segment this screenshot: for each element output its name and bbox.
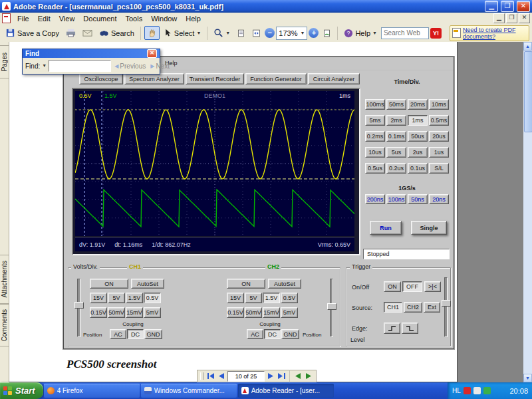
close-icon[interactable]: ✕ — [147, 49, 157, 58]
ch2-volts-button[interactable]: 50mV — [245, 307, 262, 318]
menu-file[interactable]: File — [13, 14, 33, 23]
mdi-restore-button[interactable]: ❐ — [506, 13, 517, 23]
trigger-level-slider[interactable] — [442, 277, 449, 337]
timediv-button[interactable]: 0.2us — [386, 163, 406, 174]
sample-rate-button[interactable]: 20ns — [429, 194, 449, 204]
single-button[interactable]: Single — [411, 221, 447, 235]
menu-edit[interactable]: Edit — [34, 14, 55, 23]
sample-rate-button[interactable]: 200ns — [365, 194, 385, 204]
ch2-volts-button[interactable]: 5mV — [281, 307, 298, 318]
timediv-button[interactable]: 10ms — [429, 99, 449, 110]
timediv-button[interactable]: 2ms — [386, 115, 406, 126]
tray-icon-white[interactable] — [473, 387, 481, 394]
mdi-close-button[interactable]: ✕ — [519, 13, 530, 23]
trigger-off-button[interactable]: OFF — [402, 281, 422, 292]
trigger-center-button[interactable]: >|< — [424, 281, 441, 292]
ch1-volts-button[interactable]: 50mV — [108, 307, 125, 318]
ch1-volts-button[interactable]: 5V — [108, 293, 125, 303]
scroll-down-icon[interactable]: ▼ — [523, 374, 532, 382]
tray-icon-green[interactable] — [483, 387, 491, 394]
timediv-button[interactable]: 50ms — [386, 99, 406, 110]
ch2-coupling-gnd[interactable]: GND — [281, 329, 299, 339]
ch1-on-button[interactable]: ON — [90, 279, 128, 289]
ch1-volts-button-active[interactable]: 0.5V — [144, 293, 161, 303]
page-number-input[interactable] — [227, 371, 265, 382]
timediv-button[interactable]: 50us — [408, 131, 428, 142]
timediv-button[interactable]: 2us — [408, 147, 428, 158]
ch1-coupling-dc[interactable]: DC — [127, 329, 144, 339]
page-layout-button[interactable] — [320, 27, 334, 40]
find-next-button[interactable]: ▶ Next — [149, 62, 171, 70]
last-page-button[interactable] — [277, 372, 286, 380]
help-button[interactable]: ? Help ▼ — [341, 27, 380, 40]
taskbar-item-firefox[interactable]: 4 Firefox — [44, 384, 140, 398]
create-pdf-ad-link[interactable]: Need to create PDF documents? — [450, 25, 529, 41]
find-input[interactable] — [49, 60, 111, 72]
timediv-button[interactable]: 20us — [429, 131, 449, 142]
ch1-volts-button[interactable]: 5mV — [144, 307, 161, 318]
ch2-volts-button[interactable]: 5V — [245, 293, 262, 303]
trigger-source-ch2[interactable]: CH2 — [404, 302, 422, 313]
ch1-volts-button[interactable]: 1.5V — [126, 293, 143, 303]
ch2-position-slider[interactable] — [327, 279, 336, 337]
timediv-button[interactable]: 20ms — [408, 99, 428, 110]
timediv-button[interactable]: 1us — [429, 147, 449, 158]
find-previous-button[interactable]: ◀ Previous — [113, 62, 147, 70]
timediv-button[interactable]: 5us — [386, 147, 406, 158]
ch2-coupling-dc[interactable]: DC — [264, 329, 281, 339]
ch2-coupling-ac[interactable]: AC — [247, 329, 263, 339]
sidebar-tab-comments[interactable]: Comments — [0, 304, 9, 346]
ch2-volts-button-active[interactable]: 1.5V — [263, 293, 280, 303]
previous-view-button[interactable] — [293, 372, 303, 380]
mdi-minimize-button[interactable]: ▁ — [493, 13, 505, 23]
menu-help[interactable]: Help — [182, 14, 205, 23]
menu-window[interactable]: Window — [147, 14, 181, 23]
zoom-tool-button[interactable]: ▼ — [211, 26, 233, 40]
timediv-button[interactable]: 0.1us — [408, 163, 428, 174]
ch2-volts-button[interactable]: 0.15V — [227, 307, 244, 318]
trigger-source-ext[interactable]: Ext — [424, 302, 440, 313]
timediv-button[interactable]: 0.5ms — [429, 115, 449, 126]
zoom-out-button[interactable]: − — [265, 28, 275, 38]
menu-view[interactable]: View — [55, 14, 79, 23]
timediv-button-active[interactable]: 1ms — [408, 115, 428, 126]
tray-icon-red[interactable] — [464, 387, 471, 394]
start-button[interactable]: Start — [0, 382, 43, 399]
actual-size-button[interactable] — [234, 27, 248, 40]
next-view-button[interactable] — [304, 372, 313, 380]
ch1-autoset-button[interactable]: AutoSet — [131, 279, 164, 289]
ch1-coupling-gnd[interactable]: GND — [144, 329, 162, 339]
trigger-source-ch1[interactable]: CH1 — [384, 302, 402, 313]
fit-width-button[interactable] — [249, 27, 263, 40]
timediv-button[interactable]: 0.2ms — [365, 131, 385, 142]
vertical-scrollbar[interactable]: ▲ ▼ — [523, 42, 532, 382]
zoom-in-button[interactable]: + — [309, 28, 319, 38]
ch1-volts-button[interactable]: 15mV — [126, 307, 143, 318]
yahoo-icon[interactable]: Y! — [430, 28, 442, 39]
timediv-button[interactable]: 0.1ms — [386, 131, 406, 142]
keyboard-layout-indicator[interactable]: HL — [452, 387, 461, 394]
search-button[interactable]: Search — [96, 26, 137, 40]
rising-edge-button[interactable] — [384, 323, 400, 334]
menu-document[interactable]: Document — [79, 14, 120, 23]
run-button[interactable]: Run — [370, 221, 402, 235]
next-page-button[interactable] — [266, 372, 275, 380]
trigger-on-button[interactable]: ON — [384, 281, 401, 292]
ch1-volts-button[interactable]: 0.15V — [90, 307, 107, 318]
timediv-button[interactable]: S/L — [429, 163, 449, 174]
zoom-level-combo[interactable]: 173% ▼ — [276, 27, 307, 40]
chevron-down-icon[interactable]: ▼ — [42, 61, 47, 70]
scrollbar-thumb[interactable] — [524, 51, 532, 132]
print-button[interactable] — [63, 26, 78, 40]
timediv-button[interactable]: 100ms — [365, 99, 385, 110]
ch2-volts-button[interactable]: 0.5V — [281, 293, 298, 303]
ch2-on-button[interactable]: ON — [227, 279, 265, 289]
first-page-button[interactable] — [206, 372, 215, 380]
close-button[interactable]: ✕ — [517, 1, 530, 12]
save-a-copy-button[interactable]: Save a Copy — [3, 26, 62, 40]
sidebar-tab-pages[interactable]: Pages — [0, 45, 9, 78]
ch1-position-slider[interactable] — [74, 279, 83, 337]
taskbar-item-windows-commander[interactable]: Windows Commander... — [141, 384, 237, 398]
ch1-volts-button[interactable]: 15V — [90, 293, 107, 303]
ch2-volts-button[interactable]: 15mV — [263, 307, 280, 318]
